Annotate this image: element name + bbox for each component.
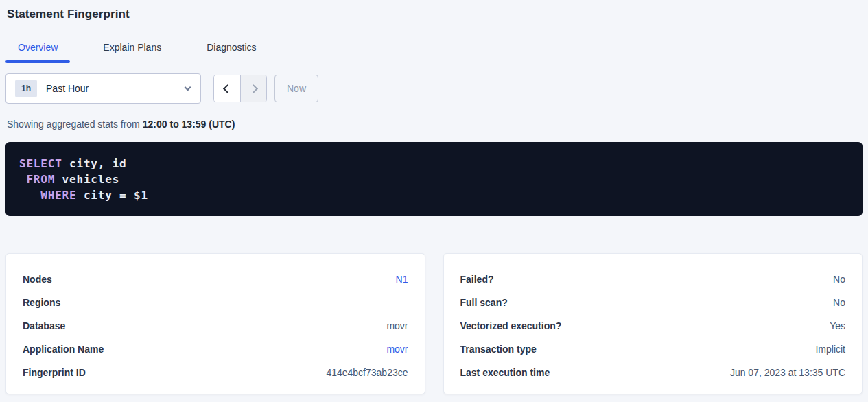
sql-text: city = $1 <box>76 189 148 202</box>
summary-row-label: Transaction type <box>460 344 537 355</box>
summary-row-value: No <box>833 274 845 285</box>
chevron-down-icon <box>185 88 190 90</box>
summary-row-label: Nodes <box>23 274 52 285</box>
tab-explain-plans-label: Explain Plans <box>103 42 161 53</box>
summary-cards: Nodes N1 Regions Database movr Applicati… <box>5 253 863 394</box>
time-interval-dropdown[interactable]: 1h Past Hour <box>5 73 201 104</box>
sql-statement: SELECT city, id FROM vehicles WHERE city… <box>5 142 863 216</box>
summary-row: Failed? No <box>460 268 846 291</box>
summary-row-value-link[interactable]: N1 <box>396 274 408 285</box>
summary-row-value: No <box>833 297 845 308</box>
summary-row-value: movr <box>386 320 408 331</box>
summary-row-value: Yes <box>830 320 845 331</box>
sql-keyword: WHERE <box>40 189 76 202</box>
next-interval-button[interactable] <box>240 75 266 102</box>
summary-row: Nodes N1 <box>23 268 408 291</box>
chevron-right-icon <box>249 84 258 93</box>
sql-keyword: SELECT <box>19 157 62 170</box>
summary-row: Last execution time Jun 07, 2023 at 13:3… <box>460 361 846 384</box>
summary-row-value-link[interactable]: movr <box>386 344 408 355</box>
summary-row: Fingerprint ID 414e4bcf73ab23ce <box>23 361 408 384</box>
time-interval-label: Past Hour <box>46 83 89 94</box>
tab-overview[interactable]: Overview <box>5 42 70 62</box>
summary-row-value: 414e4bcf73ab23ce <box>326 367 408 378</box>
summary-row-label: Full scan? <box>460 297 508 308</box>
summary-card-left-rows: Nodes N1 Regions Database movr Applicati… <box>23 268 408 384</box>
tab-bar: Overview Explain Plans Diagnostics <box>5 42 863 62</box>
summary-row-label: Failed? <box>460 274 494 285</box>
summary-card-right-rows: Failed? No Full scan? No Vectorized exec… <box>460 268 846 384</box>
summary-row: Database movr <box>23 314 408 338</box>
summary-row: Regions <box>23 291 408 314</box>
time-picker-toolbar: 1h Past Hour Now <box>5 73 863 104</box>
aggregated-stats-summary: Showing aggregated stats from12:00 to 13… <box>5 119 863 130</box>
summary-row-label: Last execution time <box>460 367 550 378</box>
prev-interval-button[interactable] <box>214 75 240 102</box>
now-button[interactable]: Now <box>274 75 318 102</box>
sql-keyword: FROM <box>26 173 55 186</box>
interval-nav-group <box>213 75 267 102</box>
statement-fingerprint-page: Statement Fingerprint Overview Explain P… <box>0 0 868 394</box>
summary-card-left: Nodes N1 Regions Database movr Applicati… <box>5 253 425 394</box>
interval-badge: 1h <box>15 80 37 97</box>
tab-diagnostics[interactable]: Diagnostics <box>194 42 268 62</box>
summary-row-label: Database <box>23 320 65 331</box>
summary-row-label: Regions <box>23 297 60 308</box>
summary-row: Vectorized execution? Yes <box>460 314 846 338</box>
summary-row: Full scan? No <box>460 291 846 314</box>
summary-row-label: Vectorized execution? <box>460 320 562 331</box>
summary-row-value: Jun 07, 2023 at 13:35 UTC <box>730 367 845 378</box>
stats-prefix: Showing aggregated stats from <box>7 119 140 130</box>
tab-diagnostics-label: Diagnostics <box>207 42 256 53</box>
summary-row-label: Fingerprint ID <box>23 367 86 378</box>
summary-card-right: Failed? No Full scan? No Vectorized exec… <box>443 253 863 394</box>
summary-row-label: Application Name <box>23 344 104 355</box>
page-title: Statement Fingerprint <box>5 0 863 21</box>
summary-row: Transaction type Implicit <box>460 338 846 361</box>
summary-row: Application Name movr <box>23 338 408 361</box>
tab-overview-label: Overview <box>18 42 58 53</box>
chevron-left-icon <box>223 84 232 93</box>
stats-time-range: 12:00 to 13:59 (UTC) <box>143 119 235 130</box>
tab-explain-plans[interactable]: Explain Plans <box>91 42 174 62</box>
summary-row-value: Implicit <box>815 344 845 355</box>
